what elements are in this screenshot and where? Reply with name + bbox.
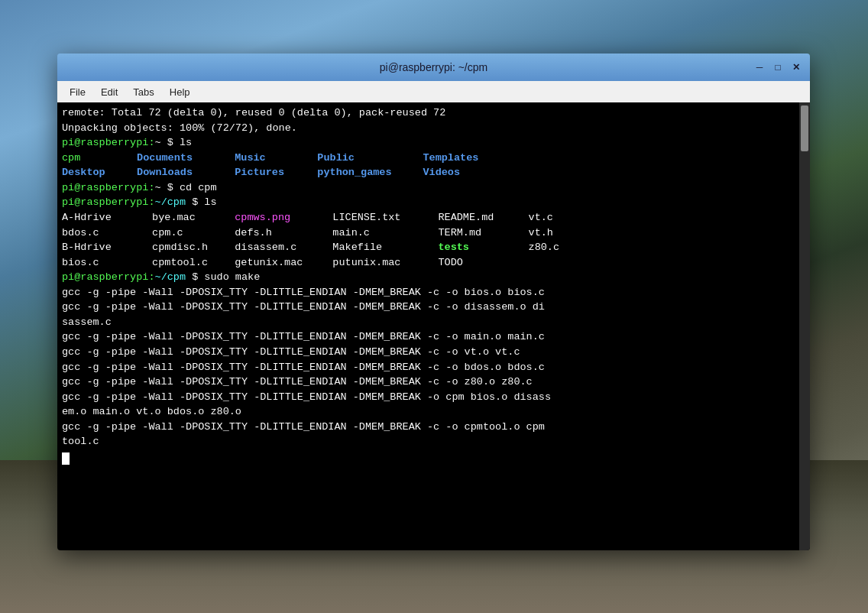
- terminal-line: bios.c cpmtool.c getunix.mac putunix.mac…: [62, 255, 795, 271]
- terminal-line: tool.c: [62, 434, 795, 449]
- terminal-line: sassem.c: [62, 315, 795, 330]
- title-bar: pi@raspberrypi: ~/cpm ─ □ ✕: [57, 54, 810, 81]
- terminal-line: pi@raspberrypi:~/cpm $ sudo make: [62, 270, 795, 285]
- terminal-line: gcc -g -pipe -Wall -DPOSIX_TTY -DLITTLE_…: [62, 360, 795, 375]
- scrollbar-thumb[interactable]: [801, 105, 808, 151]
- terminal-scrollbar[interactable]: [799, 102, 810, 550]
- terminal-line: pi@raspberrypi:~ $ cd cpm: [62, 180, 795, 196]
- terminal-line: pi@raspberrypi:~/cpm $ ls: [62, 195, 795, 210]
- menu-file[interactable]: File: [63, 85, 92, 99]
- terminal-line: gcc -g -pipe -Wall -DPOSIX_TTY -DLITTLE_…: [62, 375, 795, 390]
- terminal-line: Unpacking objects: 100% (72/72), done.: [62, 121, 795, 136]
- close-button[interactable]: ✕: [789, 60, 804, 75]
- terminal-output[interactable]: remote: Total 72 (delta 0), reused 0 (de…: [57, 102, 799, 550]
- terminal-line: gcc -g -pipe -Wall -DPOSIX_TTY -DLITTLE_…: [62, 390, 795, 405]
- window-title: pi@raspberrypi: ~/cpm: [380, 61, 487, 73]
- window-controls: ─ □ ✕: [752, 60, 804, 75]
- terminal-line: gcc -g -pipe -Wall -DPOSIX_TTY -DLITTLE_…: [62, 420, 795, 435]
- menu-tabs[interactable]: Tabs: [127, 85, 160, 99]
- terminal-line: A-Hdrive bye.mac cpmws.png LICENSE.txt R…: [62, 210, 795, 225]
- terminal-line: gcc -g -pipe -Wall -DPOSIX_TTY -DLITTLE_…: [62, 300, 795, 315]
- menu-edit[interactable]: Edit: [95, 85, 124, 99]
- terminal-line: bdos.c cpm.c defs.h main.c TERM.md vt.h: [62, 225, 795, 241]
- terminal-line: gcc -g -pipe -Wall -DPOSIX_TTY -DLITTLE_…: [62, 329, 795, 345]
- terminal-line: gcc -g -pipe -Wall -DPOSIX_TTY -DLITTLE_…: [62, 285, 795, 300]
- terminal-body[interactable]: remote: Total 72 (delta 0), reused 0 (de…: [57, 102, 810, 550]
- menu-help[interactable]: Help: [164, 85, 196, 99]
- terminal-line: pi@raspberrypi:~ $ ls: [62, 135, 795, 151]
- maximize-button[interactable]: □: [770, 60, 785, 75]
- terminal-line: cpm Documents Music Public Templates: [62, 151, 795, 166]
- terminal-line: B-Hdrive cpmdisc.h disassem.c Makefile t…: [62, 240, 795, 255]
- terminal-window: pi@raspberrypi: ~/cpm ─ □ ✕ File Edit Ta…: [57, 54, 810, 550]
- terminal-line: gcc -g -pipe -Wall -DPOSIX_TTY -DLITTLE_…: [62, 345, 795, 360]
- terminal-cursor-line: [62, 449, 795, 465]
- terminal-line: Desktop Downloads Pictures python_games …: [62, 165, 795, 180]
- terminal-line: remote: Total 72 (delta 0), reused 0 (de…: [62, 105, 795, 121]
- menu-bar: File Edit Tabs Help: [57, 81, 810, 102]
- terminal-line: em.o main.o vt.o bdos.o z80.o: [62, 404, 795, 420]
- minimize-button[interactable]: ─: [752, 60, 767, 75]
